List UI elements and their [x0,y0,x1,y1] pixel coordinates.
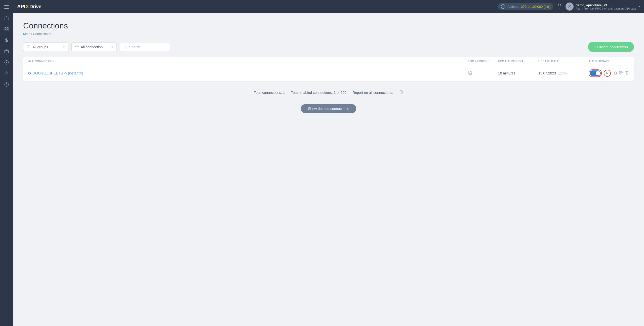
toggle-knob [596,71,600,75]
svg-line-15 [126,48,127,48]
connections-filter-label: All connection [81,45,109,49]
header-update-interval: UPDATE INTERVAL [498,60,538,63]
header-update-date: UPDATE DATE [538,60,589,63]
create-connection-button[interactable]: + Create connection [588,42,634,52]
svg-marker-18 [607,72,608,74]
breadcrumb: Main / Connections [23,32,634,36]
auto-update-cell [589,69,629,77]
filters-row: All groups ▾ All connection ▾ Search + C… [23,42,634,52]
svg-rect-1 [7,27,8,29]
connections-filter[interactable]: All connection ▾ [71,43,117,51]
table-header: ALL CONNECTIONS LOG / ERRORS UPDATE INTE… [23,57,634,65]
table-row: G GOOGLE SHEETS -> (instantly) 10 minute… [23,65,634,81]
svg-rect-2 [5,30,6,31]
user-area[interactable]: demo_apix-drive_s3 Plan | Premium PRO | … [566,3,640,11]
groups-filter[interactable]: All groups ▾ [23,43,68,51]
delete-icon[interactable] [625,71,629,76]
sidebar-item-help[interactable] [2,80,11,89]
connections-chevron-icon: ▾ [111,45,113,49]
svg-point-11 [569,5,570,6]
connection-name-text: GOOGLE SHEETS -> (instantly) [32,71,83,75]
logo-x-text: X [26,4,29,10]
update-date-value: 13.07.2023 [538,71,556,75]
sidebar [0,0,13,326]
user-avatar [566,3,574,11]
show-deleted-button[interactable]: Show deleted connections [301,104,356,113]
svg-point-8 [6,72,7,73]
search-placeholder: Search [129,45,140,49]
chevron-down-icon: ▾ [638,5,640,8]
connection-name-cell: G GOOGLE SHEETS -> (instantly) [28,71,468,75]
update-interval-cell: 10 minutes [498,71,538,75]
svg-point-20 [620,72,621,73]
header-log-errors: LOG / ERRORS [468,60,498,63]
search-input[interactable]: Search [120,43,170,51]
header-all-connections: ALL CONNECTIONS [28,60,468,63]
svg-rect-0 [5,27,6,29]
page-title: Connections [23,21,634,30]
total-connections: Total connections: 1 [254,91,285,95]
sidebar-menu-icon[interactable] [2,3,11,12]
log-icon[interactable] [468,71,472,76]
actions-badge: i Actions: 273 of 100'000 (0%) [498,3,553,10]
navbar: APIXDrive i Actions: 273 of 100'000 (0%)… [13,0,644,13]
bell-icon[interactable] [557,4,562,10]
connection-name-link[interactable]: G GOOGLE SHEETS -> (instantly) [28,71,468,75]
update-time-value: 11:45 [558,71,567,75]
run-now-button[interactable] [604,70,611,77]
navbar-actions: i Actions: 273 of 100'000 (0%) demo_apix… [498,3,640,11]
auto-update-toggle[interactable] [590,70,601,76]
header-auto-update: AUTO UPDATE [589,60,629,63]
folder-icon [27,45,30,49]
copy-icon[interactable] [613,71,617,76]
sidebar-item-home[interactable] [2,14,11,23]
info-icon: i [501,4,505,9]
actions-count: 273 of 100'000 (0%) [521,5,551,9]
log-errors-cell [468,70,498,76]
play-circle-icon [75,45,79,49]
report-label: Report on all connections: [352,91,393,95]
groups-chevron-icon: ▾ [63,45,65,49]
logo-api-text: API [17,4,25,10]
logo: APIXDrive [17,4,41,10]
total-enabled-connections: Total enabled connections: 1 of 500 [291,91,346,95]
user-info: demo_apix-drive_s3 Plan | Premium PRO | … [576,3,636,10]
svg-rect-19 [614,72,617,74]
sidebar-item-dashboard[interactable] [2,25,11,34]
breadcrumb-current: Connections [33,32,51,36]
svg-marker-7 [6,62,8,63]
svg-marker-13 [77,46,78,47]
sidebar-item-user[interactable] [2,69,11,78]
action-icons [604,70,629,77]
summary-row: Total connections: 1 Total enabled conne… [23,86,634,99]
svg-rect-5 [5,50,9,53]
connections-table: ALL CONNECTIONS LOG / ERRORS UPDATE INTE… [23,57,634,81]
toggle-wrapper [589,69,602,77]
content-area: Connections Main / Connections All group… [13,13,644,326]
actions-label: Actions: [507,5,519,9]
settings-icon[interactable] [619,71,623,76]
user-plan: Plan | Premium PRO | left until payment … [576,7,636,10]
groups-filter-label: All groups [32,45,61,49]
sidebar-item-billing[interactable] [2,36,11,45]
logo-drive-text: Drive [29,4,42,10]
breadcrumb-separator: / [31,32,32,36]
main-container: APIXDrive i Actions: 273 of 100'000 (0%)… [13,0,644,326]
sidebar-item-play[interactable] [2,58,11,67]
google-g-icon: G [28,71,31,75]
user-name: demo_apix-drive_s3 [576,3,636,7]
sidebar-item-briefcase[interactable] [2,47,11,56]
report-icon[interactable] [399,90,403,95]
svg-rect-3 [7,30,8,31]
update-date-cell: 13.07.2023 11:45 [538,71,589,75]
breadcrumb-home[interactable]: Main [23,32,30,36]
svg-point-14 [124,46,126,48]
